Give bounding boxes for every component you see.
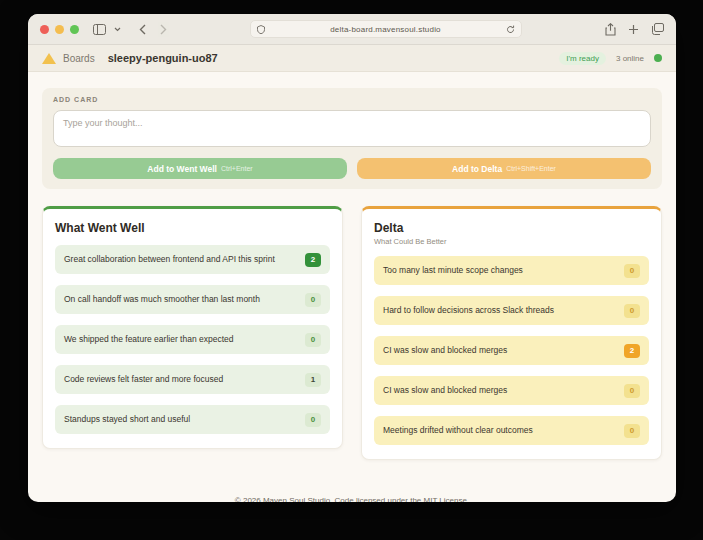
card-text: We shipped the feature earlier than expe… xyxy=(64,334,297,344)
add-to-went-well-button[interactable]: Add to Went Well Ctrl+Enter xyxy=(53,158,347,179)
thought-input[interactable] xyxy=(53,110,651,147)
went-well-card[interactable]: Great collaboration between frontend and… xyxy=(55,245,330,274)
app-header: Boards sleepy-penguin-uo87 I'm ready 3 o… xyxy=(28,45,676,72)
chevron-down-icon[interactable] xyxy=(114,27,121,32)
delta-column: Delta What Could Be Better Too many last… xyxy=(361,206,662,460)
forward-button-icon[interactable] xyxy=(160,24,167,35)
card-text: CI was slow and blocked merges xyxy=(383,385,616,395)
add-card-section-label: ADD CARD xyxy=(53,96,651,103)
board-title: sleepy-penguin-uo87 xyxy=(108,52,218,64)
went-well-shortcut-hint: Ctrl+Enter xyxy=(221,165,253,172)
card-text: Meetings drifted without clear outcomes xyxy=(383,425,616,435)
card-text: Standups stayed short and useful xyxy=(64,414,297,424)
delta-card-list: Too many last minute scope changes 0 Har… xyxy=(374,256,649,445)
vote-count-badge[interactable]: 1 xyxy=(305,373,321,387)
vote-count-badge[interactable]: 0 xyxy=(305,293,321,307)
back-button-icon[interactable] xyxy=(139,24,146,35)
vote-count-badge[interactable]: 0 xyxy=(624,424,640,438)
footer-copyright: © 2026 xyxy=(235,496,263,502)
minimize-window-button[interactable] xyxy=(55,25,64,34)
add-to-went-well-label: Add to Went Well xyxy=(147,164,217,174)
delta-card[interactable]: Hard to follow decisions across Slack th… xyxy=(374,296,649,325)
went-well-card[interactable]: Code reviews felt faster and more focuse… xyxy=(55,365,330,394)
add-to-delta-button[interactable]: Add to Delta Ctrl+Shift+Enter xyxy=(357,158,651,179)
delta-column-title: Delta xyxy=(374,221,649,235)
url-text: delta-board.mavensoul.studio xyxy=(265,25,506,34)
card-text: On call handoff was much smoother than l… xyxy=(64,294,297,304)
address-bar[interactable]: delta-board.mavensoul.studio xyxy=(250,20,522,38)
studio-link[interactable]: Maven Soul Studio xyxy=(263,496,330,502)
vote-count-badge[interactable]: 0 xyxy=(305,333,321,347)
card-text: Too many last minute scope changes xyxy=(383,265,616,275)
card-text: Hard to follow decisions across Slack th… xyxy=(383,305,616,315)
online-status-dot xyxy=(654,54,662,62)
went-well-card[interactable]: On call handoff was much smoother than l… xyxy=(55,285,330,314)
license-link[interactable]: MIT License xyxy=(424,496,467,502)
code-link[interactable]: Code xyxy=(335,496,354,502)
footer: © 2026 Maven Soul Studio. Code licensed … xyxy=(42,496,662,502)
delta-card[interactable]: Meetings drifted without clear outcomes … xyxy=(374,416,649,445)
new-tab-icon[interactable] xyxy=(628,24,639,35)
desktop-background: delta-board.mavensoul.studio Board xyxy=(0,0,703,540)
browser-titlebar: delta-board.mavensoul.studio xyxy=(28,14,676,45)
delta-triangle-logo-icon xyxy=(42,53,56,64)
traffic-lights xyxy=(40,25,79,34)
footer-text: . xyxy=(467,496,469,502)
online-count: 3 online xyxy=(616,54,644,63)
went-well-column: What Went Well Great collaboration betwe… xyxy=(42,206,343,449)
zoom-window-button[interactable] xyxy=(70,25,79,34)
vote-count-badge[interactable]: 0 xyxy=(624,384,640,398)
went-well-card[interactable]: Standups stayed short and useful 0 xyxy=(55,405,330,434)
boards-link[interactable]: Boards xyxy=(63,53,95,64)
sidebar-toggle-icon[interactable] xyxy=(93,24,106,35)
add-card-panel: ADD CARD Add to Went Well Ctrl+Enter Add… xyxy=(42,88,662,189)
card-text: CI was slow and blocked merges xyxy=(383,345,616,355)
privacy-shield-icon xyxy=(257,25,265,34)
went-well-column-title: What Went Well xyxy=(55,221,330,235)
card-text: Code reviews felt faster and more focuse… xyxy=(64,374,297,384)
went-well-card-list: Great collaboration between frontend and… xyxy=(55,245,330,434)
delta-card[interactable]: Too many last minute scope changes 0 xyxy=(374,256,649,285)
footer-text: licensed under the xyxy=(354,496,424,502)
vote-count-badge[interactable]: 2 xyxy=(305,253,321,267)
close-window-button[interactable] xyxy=(40,25,49,34)
reload-icon[interactable] xyxy=(506,25,515,34)
delta-column-subtitle: What Could Be Better xyxy=(374,237,649,246)
vote-count-badge[interactable]: 0 xyxy=(624,264,640,278)
delta-shortcut-hint: Ctrl+Shift+Enter xyxy=(506,165,556,172)
went-well-card[interactable]: We shipped the feature earlier than expe… xyxy=(55,325,330,354)
card-text: Great collaboration between frontend and… xyxy=(64,254,297,264)
vote-count-badge[interactable]: 0 xyxy=(624,304,640,318)
tab-overview-icon[interactable] xyxy=(651,23,664,35)
delta-card[interactable]: CI was slow and blocked merges 2 xyxy=(374,336,649,365)
add-to-delta-label: Add to Delta xyxy=(452,164,502,174)
vote-count-badge[interactable]: 2 xyxy=(624,344,640,358)
share-icon[interactable] xyxy=(605,23,616,36)
ready-status-badge[interactable]: I'm ready xyxy=(559,52,606,65)
vote-count-badge[interactable]: 0 xyxy=(305,413,321,427)
browser-window: delta-board.mavensoul.studio Board xyxy=(28,14,676,502)
delta-card[interactable]: CI was slow and blocked merges 0 xyxy=(374,376,649,405)
